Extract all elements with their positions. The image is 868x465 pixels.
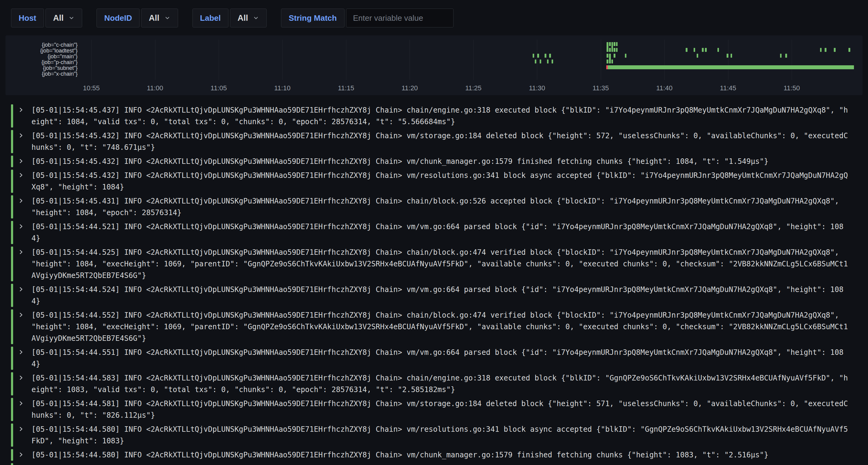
timeline-mark bbox=[625, 54, 627, 58]
expand-chevron-icon[interactable] bbox=[18, 463, 31, 465]
timeline-gridline bbox=[409, 40, 410, 80]
expand-chevron-icon[interactable] bbox=[18, 449, 31, 461]
variable-labelfilter-value: All bbox=[238, 13, 248, 23]
timeline-gridline bbox=[728, 40, 728, 80]
expand-chevron-icon[interactable] bbox=[18, 156, 31, 167]
expand-chevron-icon[interactable] bbox=[18, 246, 31, 281]
log-level-bar bbox=[11, 104, 13, 128]
log-level-bar bbox=[11, 170, 13, 193]
expand-chevron-icon[interactable] bbox=[18, 424, 31, 447]
log-level-bar bbox=[11, 346, 13, 370]
variable-labelfilter-label-text: Label bbox=[200, 13, 221, 23]
timeline-mark bbox=[686, 48, 687, 52]
timeline-mark bbox=[705, 48, 707, 52]
log-level-bar bbox=[11, 424, 13, 447]
timeline-mark bbox=[693, 48, 695, 52]
expand-chevron-icon[interactable] bbox=[18, 346, 31, 370]
timeline-axis-tick: 11:25 bbox=[465, 84, 481, 92]
timeline-mark bbox=[717, 48, 719, 52]
log-text: [05-01|15:54:44.583] INFO <2AcRkXTLLtQjv… bbox=[31, 372, 859, 395]
log-row: [05-01|15:54:45.437] INFO <2AcRkXTLLtQjv… bbox=[11, 103, 859, 129]
log-row: [05-01|15:54:45.431] INFO <2AcRkXTLLtQjv… bbox=[11, 194, 859, 220]
log-level-bar bbox=[11, 398, 13, 421]
timeline-axis-tick: 11:45 bbox=[720, 84, 736, 92]
variable-nodeid-value: All bbox=[149, 13, 159, 23]
timeline-axis-tick: 11:05 bbox=[211, 84, 227, 92]
timeline-mark bbox=[607, 54, 609, 58]
variable-labelfilter-dropdown[interactable]: All bbox=[230, 8, 267, 28]
timeline-gridline bbox=[91, 40, 92, 80]
timeline-plot[interactable] bbox=[83, 40, 854, 80]
log-text: [05-01|15:54:44.580] INFO <2AcRkXTLLtQjv… bbox=[31, 463, 859, 465]
timeline-mark bbox=[552, 60, 553, 63]
string-match-label-text: String Match bbox=[289, 13, 337, 23]
log-text: [05-01|15:54:45.437] INFO <2AcRkXTLLtQjv… bbox=[31, 104, 859, 128]
chevron-down-icon bbox=[68, 15, 74, 21]
timeline-series-label: {job="loadtest"} bbox=[5, 48, 83, 54]
timeline-mark bbox=[606, 65, 854, 69]
log-list: [05-01|15:54:45.437] INFO <2AcRkXTLLtQjv… bbox=[11, 103, 859, 465]
timeline-gridline bbox=[792, 40, 792, 80]
expand-chevron-icon[interactable] bbox=[18, 284, 31, 307]
log-text: [05-01|15:54:44.525] INFO <2AcRkXTLLtQjv… bbox=[31, 246, 859, 281]
expand-chevron-icon[interactable] bbox=[18, 195, 31, 219]
log-volume-timeline-panel: {job="c-chain"}{job="loadtest"}{job="mai… bbox=[5, 35, 863, 95]
variable-labelfilter-label: Label bbox=[192, 8, 228, 28]
log-text: [05-01|15:54:44.521] INFO <2AcRkXTLLtQjv… bbox=[31, 221, 859, 244]
timeline-gridline bbox=[155, 40, 155, 80]
timeline-series-label: {job="main"} bbox=[5, 54, 83, 60]
variable-host: Host All bbox=[11, 8, 82, 28]
timeline-mark bbox=[785, 54, 787, 58]
variable-nodeid-label: NodeID bbox=[96, 8, 140, 28]
log-text: [05-01|15:54:45.432] INFO <2AcRkXTLLtQjv… bbox=[31, 170, 859, 193]
timeline-mark bbox=[616, 42, 618, 46]
timeline-mark bbox=[537, 54, 539, 58]
timeline-series-label: {job="p-chain"} bbox=[5, 60, 83, 65]
timeline-mark bbox=[549, 54, 551, 58]
string-match-input[interactable] bbox=[346, 8, 454, 28]
timeline-mark bbox=[540, 60, 541, 63]
timeline-mark bbox=[612, 60, 613, 63]
timeline-axis: 10:5511:0011:0511:1011:1511:2011:2511:30… bbox=[83, 83, 854, 93]
timeline-mark bbox=[606, 65, 608, 69]
variable-host-dropdown[interactable]: All bbox=[45, 8, 83, 28]
log-level-bar bbox=[11, 309, 13, 344]
log-text: [05-01|15:54:45.431] INFO <2AcRkXTLLtQjv… bbox=[31, 195, 859, 219]
log-row: [05-01|15:54:45.432] INFO <2AcRkXTLLtQjv… bbox=[11, 155, 859, 168]
timeline-mark bbox=[834, 48, 836, 52]
log-row: [05-01|15:54:44.551] INFO <2AcRkXTLLtQjv… bbox=[11, 345, 859, 371]
expand-chevron-icon[interactable] bbox=[18, 221, 31, 244]
expand-chevron-icon[interactable] bbox=[18, 170, 31, 193]
expand-chevron-icon[interactable] bbox=[18, 309, 31, 344]
log-level-bar bbox=[11, 221, 13, 244]
log-level-bar bbox=[11, 449, 13, 461]
variable-nodeid-dropdown[interactable]: All bbox=[141, 8, 178, 28]
expand-chevron-icon[interactable] bbox=[18, 372, 31, 395]
timeline-axis-tick: 11:30 bbox=[529, 84, 545, 92]
log-text: [05-01|15:54:45.432] INFO <2AcRkXTLLtQjv… bbox=[31, 130, 859, 153]
timeline-mark bbox=[607, 60, 609, 63]
log-level-bar bbox=[11, 372, 13, 395]
log-text: [05-01|15:54:44.581] INFO <2AcRkXTLLtQjv… bbox=[31, 398, 859, 421]
timeline-mark bbox=[609, 54, 611, 63]
log-text: [05-01|15:54:44.524] INFO <2AcRkXTLLtQjv… bbox=[31, 284, 859, 307]
log-row: [05-01|15:54:44.580] INFO <2AcRkXTLLtQjv… bbox=[11, 448, 859, 462]
log-text: [05-01|15:54:44.580] INFO <2AcRkXTLLtQjv… bbox=[31, 449, 859, 461]
log-level-bar bbox=[11, 130, 13, 153]
variable-host-label: Host bbox=[11, 8, 44, 28]
timeline-mark bbox=[780, 54, 782, 58]
timeline-series-label: {job="subnet"} bbox=[5, 65, 83, 71]
expand-chevron-icon[interactable] bbox=[18, 130, 31, 153]
timeline-mark bbox=[533, 54, 534, 58]
timeline-mark bbox=[702, 48, 704, 52]
timeline-mark bbox=[614, 48, 615, 52]
timeline-mark bbox=[607, 42, 609, 52]
variable-string-match: String Match bbox=[281, 8, 453, 28]
expand-chevron-icon[interactable] bbox=[18, 104, 31, 128]
timeline-mark bbox=[614, 54, 615, 58]
timeline-mark bbox=[609, 42, 611, 46]
chevron-down-icon bbox=[253, 15, 259, 21]
expand-chevron-icon[interactable] bbox=[18, 398, 31, 421]
timeline-mark bbox=[535, 60, 537, 63]
variable-host-value: All bbox=[53, 13, 64, 23]
